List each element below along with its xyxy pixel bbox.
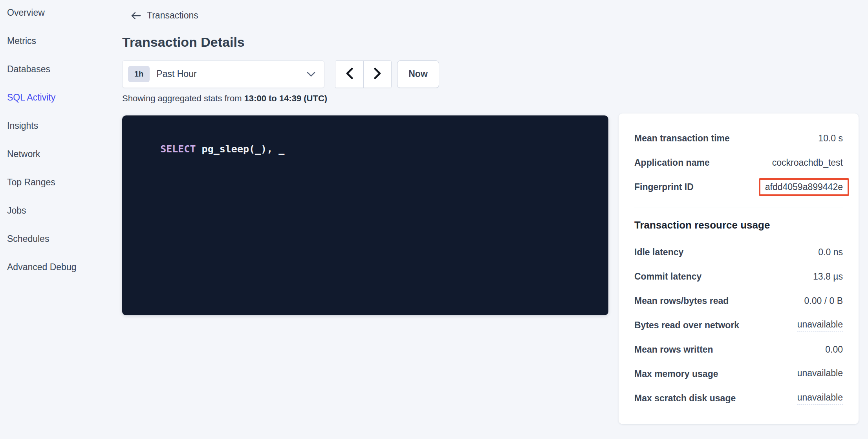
- idle-latency-row: Idle latency 0.0 ns: [634, 240, 843, 264]
- sidebar-item-network[interactable]: Network: [0, 140, 122, 168]
- now-button[interactable]: Now: [397, 60, 439, 88]
- mean-rows-written-row: Mean rows written 0.00: [634, 337, 843, 362]
- row-label: Idle latency: [634, 247, 683, 258]
- mean-transaction-time-row: Mean transaction time 10.0 s: [634, 126, 843, 150]
- chevron-left-icon: [346, 68, 353, 80]
- commit-latency-row: Commit latency 13.8 µs: [634, 264, 843, 289]
- resource-usage-heading: Transaction resource usage: [634, 219, 843, 231]
- sql-statement-box: SELECT pg_sleep(_), _: [122, 115, 608, 315]
- row-label: Mean rows/bytes read: [634, 296, 729, 306]
- sidebar-item-metrics[interactable]: Metrics: [0, 27, 122, 55]
- stats-caption-prefix: Showing aggregated stats from: [122, 93, 244, 103]
- aggregated-stats-caption: Showing aggregated stats from 13:00 to 1…: [122, 93, 611, 104]
- chevron-down-icon: [307, 71, 315, 77]
- back-to-transactions-link[interactable]: Transactions: [131, 10, 198, 21]
- row-label: Max scratch disk usage: [634, 393, 736, 404]
- row-label: Application name: [634, 157, 710, 168]
- fingerprint-id-highlight: afdd4059a899442e: [759, 178, 849, 196]
- stats-caption-range: 13:00 to 14:39 (UTC): [244, 93, 328, 103]
- row-value: 10.0 s: [818, 133, 843, 144]
- next-interval-button[interactable]: [363, 61, 391, 88]
- unavailable-value-tooltip: unavailable: [797, 392, 843, 404]
- row-label: Mean rows written: [634, 344, 713, 355]
- row-value: 0.00: [825, 344, 843, 355]
- sidebar-item-advanced-debug[interactable]: Advanced Debug: [0, 253, 122, 281]
- page-title: Transaction Details: [122, 35, 611, 49]
- row-value: 13.8 µs: [813, 271, 843, 282]
- sql-keyword: SELECT: [160, 143, 196, 155]
- back-link-label: Transactions: [147, 10, 198, 21]
- row-value: 0.00 / 0 B: [804, 296, 843, 306]
- resource-usage-rows: Idle latency 0.0 ns Commit latency 13.8 …: [634, 240, 843, 410]
- row-label: Fingerprint ID: [634, 182, 694, 192]
- time-step-button-group: [335, 60, 392, 88]
- row-label: Commit latency: [634, 271, 701, 282]
- row-value: cockroachdb_test: [772, 157, 843, 168]
- sidebar-item-top-ranges[interactable]: Top Ranges: [0, 168, 122, 196]
- max-memory-usage-row: Max memory usage unavailable: [634, 362, 843, 386]
- time-range-label: Past Hour: [156, 69, 196, 79]
- time-range-badge: 1h: [128, 66, 150, 82]
- sidebar-item-schedules[interactable]: Schedules: [0, 225, 122, 253]
- row-label: Mean transaction time: [634, 133, 730, 144]
- sidebar-item-insights[interactable]: Insights: [0, 112, 122, 140]
- unavailable-value-tooltip: unavailable: [797, 319, 843, 331]
- mean-rows-bytes-read-row: Mean rows/bytes read 0.00 / 0 B: [634, 289, 843, 313]
- row-value: 0.0 ns: [818, 247, 843, 258]
- row-label: Max memory usage: [634, 369, 718, 379]
- unavailable-value-tooltip: unavailable: [797, 368, 843, 380]
- previous-interval-button[interactable]: [335, 61, 363, 88]
- sidebar: Overview Metrics Databases SQL Activity …: [0, 0, 122, 281]
- main-content: Transactions Transaction Details 1h Past…: [122, 0, 611, 315]
- sql-body: pg_sleep(_), _: [196, 143, 285, 155]
- transaction-details-card: Mean transaction time 10.0 s Application…: [619, 113, 859, 424]
- fingerprint-id-row: Fingerprint ID afdd4059a899442e: [634, 175, 843, 199]
- row-label: Bytes read over network: [634, 320, 739, 331]
- chevron-right-icon: [374, 68, 381, 80]
- max-scratch-disk-usage-row: Max scratch disk usage unavailable: [634, 386, 843, 410]
- transaction-details-page: { "sidebar": { "items": [ { "label": "Ov…: [0, 0, 868, 439]
- sidebar-item-sql-activity[interactable]: SQL Activity: [0, 83, 122, 112]
- bytes-read-over-network-row: Bytes read over network unavailable: [634, 313, 843, 337]
- sidebar-item-jobs[interactable]: Jobs: [0, 196, 122, 225]
- sidebar-item-databases[interactable]: Databases: [0, 55, 122, 83]
- application-name-row: Application name cockroachdb_test: [634, 150, 843, 175]
- arrow-left-icon: [131, 11, 141, 20]
- card-divider: [634, 207, 843, 207]
- time-controls-row: 1h Past Hour: [122, 60, 611, 88]
- time-range-dropdown[interactable]: 1h Past Hour: [122, 60, 324, 88]
- sidebar-item-overview[interactable]: Overview: [0, 0, 122, 27]
